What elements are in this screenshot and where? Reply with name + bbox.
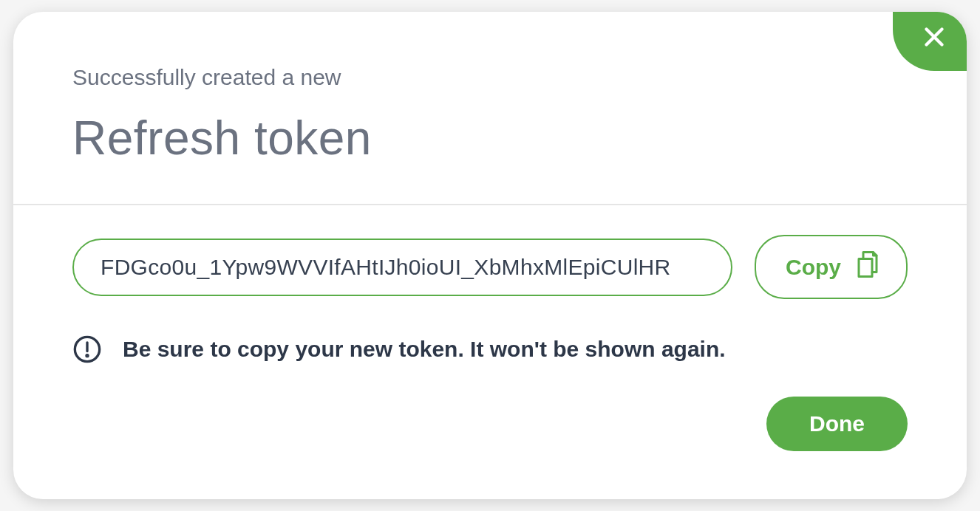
- warning-row: Be sure to copy your new token. It won't…: [72, 335, 908, 364]
- done-button[interactable]: Done: [766, 397, 908, 451]
- svg-point-4: [86, 355, 88, 357]
- token-value-field[interactable]: FDGco0u_1Ypw9WVVIfAHtIJh0ioUI_XbMhxMlEpi…: [72, 239, 732, 296]
- warning-text: Be sure to copy your new token. It won't…: [123, 337, 726, 362]
- modal-footer: Done: [72, 397, 908, 451]
- modal-header: Successfully created a new Refresh token: [13, 12, 967, 205]
- copy-button[interactable]: Copy: [755, 235, 908, 299]
- modal-subtitle: Successfully created a new: [72, 65, 908, 90]
- warning-icon: [72, 335, 102, 364]
- token-modal: Successfully created a new Refresh token…: [13, 12, 967, 499]
- modal-title: Refresh token: [72, 111, 908, 165]
- copy-icon: [854, 250, 881, 284]
- close-icon: [921, 24, 947, 53]
- copy-button-label: Copy: [786, 255, 841, 280]
- token-row: FDGco0u_1Ypw9WVVIfAHtIJh0ioUI_XbMhxMlEpi…: [72, 235, 908, 299]
- modal-content: FDGco0u_1Ypw9WVVIfAHtIJh0ioUI_XbMhxMlEpi…: [13, 205, 967, 481]
